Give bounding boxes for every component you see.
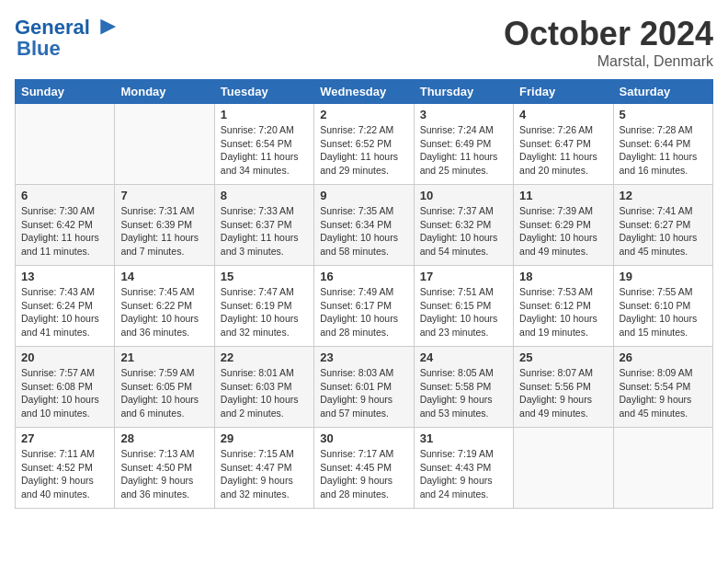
day-info: Sunrise: 7:11 AM Sunset: 4:52 PM Dayligh… [21,447,108,501]
day-info: Sunrise: 7:55 AM Sunset: 6:10 PM Dayligh… [620,285,707,339]
day-number: 31 [420,431,507,445]
week-row-5: 27Sunrise: 7:11 AM Sunset: 4:52 PM Dayli… [16,428,713,509]
day-number: 28 [120,431,208,445]
logo-icon [92,15,118,40]
weekday-header-monday: Monday [115,80,214,104]
day-info: Sunrise: 7:37 AM Sunset: 6:32 PM Dayligh… [420,204,507,259]
day-number: 11 [519,189,607,202]
day-cell: 13Sunrise: 7:43 AM Sunset: 6:24 PM Dayli… [16,266,115,347]
month-title: October 2024 [504,15,713,53]
weekday-header-friday: Friday [514,80,613,104]
day-cell: 20Sunrise: 7:57 AM Sunset: 6:08 PM Dayli… [16,347,115,428]
day-info: Sunrise: 7:22 AM Sunset: 6:52 PM Dayligh… [320,123,407,178]
day-cell: 25Sunrise: 8:07 AM Sunset: 5:56 PM Dayli… [514,347,613,428]
weekday-header-wednesday: Wednesday [314,80,414,104]
day-cell [16,104,115,185]
weekday-header-sunday: Sunday [16,80,115,104]
day-number: 20 [21,350,108,364]
day-cell: 9Sunrise: 7:35 AM Sunset: 6:34 PM Daylig… [314,185,414,266]
day-number: 5 [620,108,707,121]
day-info: Sunrise: 7:31 AM Sunset: 6:39 PM Dayligh… [120,204,208,259]
logo: General Blue [15,15,118,61]
day-number: 8 [221,189,308,202]
day-number: 15 [221,270,308,283]
day-number: 24 [420,350,507,364]
day-cell: 6Sunrise: 7:30 AM Sunset: 6:42 PM Daylig… [16,185,115,266]
day-info: Sunrise: 7:47 AM Sunset: 6:19 PM Dayligh… [221,285,308,339]
day-number: 23 [320,350,407,364]
day-cell: 8Sunrise: 7:33 AM Sunset: 6:37 PM Daylig… [214,185,313,266]
week-row-3: 13Sunrise: 7:43 AM Sunset: 6:24 PM Dayli… [16,266,713,347]
day-info: Sunrise: 7:30 AM Sunset: 6:42 PM Dayligh… [21,204,108,259]
day-cell: 10Sunrise: 7:37 AM Sunset: 6:32 PM Dayli… [414,185,513,266]
day-cell: 15Sunrise: 7:47 AM Sunset: 6:19 PM Dayli… [214,266,313,347]
day-number: 18 [519,270,607,283]
day-cell: 18Sunrise: 7:53 AM Sunset: 6:12 PM Dayli… [514,266,613,347]
day-cell: 26Sunrise: 8:09 AM Sunset: 5:54 PM Dayli… [613,347,712,428]
day-number: 16 [320,270,407,283]
day-cell: 28Sunrise: 7:13 AM Sunset: 4:50 PM Dayli… [115,428,214,509]
title-block: October 2024 Marstal, Denmark [504,15,713,70]
day-cell: 4Sunrise: 7:26 AM Sunset: 6:47 PM Daylig… [514,104,613,185]
day-info: Sunrise: 7:20 AM Sunset: 6:54 PM Dayligh… [221,123,308,178]
calendar-table: SundayMondayTuesdayWednesdayThursdayFrid… [15,79,713,509]
day-number: 30 [320,431,407,445]
day-cell: 27Sunrise: 7:11 AM Sunset: 4:52 PM Dayli… [16,428,115,509]
day-info: Sunrise: 7:49 AM Sunset: 6:17 PM Dayligh… [320,285,407,339]
page-header: General Blue October 2024 Marstal, Denma… [15,15,713,70]
day-cell: 23Sunrise: 8:03 AM Sunset: 6:01 PM Dayli… [314,347,414,428]
weekday-header-thursday: Thursday [414,80,513,104]
day-number: 22 [221,350,308,364]
day-cell: 2Sunrise: 7:22 AM Sunset: 6:52 PM Daylig… [314,104,414,185]
day-number: 12 [620,189,707,202]
day-cell: 12Sunrise: 7:41 AM Sunset: 6:27 PM Dayli… [613,185,712,266]
svg-marker-0 [100,19,116,35]
day-info: Sunrise: 8:09 AM Sunset: 5:54 PM Dayligh… [620,366,707,420]
day-number: 17 [420,270,507,283]
weekday-header-row: SundayMondayTuesdayWednesdayThursdayFrid… [16,80,713,104]
day-info: Sunrise: 8:01 AM Sunset: 6:03 PM Dayligh… [221,366,308,420]
day-info: Sunrise: 8:07 AM Sunset: 5:56 PM Dayligh… [519,366,607,420]
day-number: 6 [21,189,108,202]
day-info: Sunrise: 7:59 AM Sunset: 6:05 PM Dayligh… [120,366,208,420]
weekday-header-saturday: Saturday [613,80,712,104]
day-cell: 19Sunrise: 7:55 AM Sunset: 6:10 PM Dayli… [613,266,712,347]
day-number: 2 [320,108,407,121]
day-info: Sunrise: 7:19 AM Sunset: 4:43 PM Dayligh… [420,447,507,501]
day-number: 25 [519,350,607,364]
day-cell: 7Sunrise: 7:31 AM Sunset: 6:39 PM Daylig… [115,185,214,266]
day-info: Sunrise: 7:57 AM Sunset: 6:08 PM Dayligh… [21,366,108,420]
day-cell: 31Sunrise: 7:19 AM Sunset: 4:43 PM Dayli… [414,428,513,509]
day-cell: 17Sunrise: 7:51 AM Sunset: 6:15 PM Dayli… [414,266,513,347]
day-number: 4 [519,108,607,121]
day-number: 19 [620,270,707,283]
day-cell: 5Sunrise: 7:28 AM Sunset: 6:44 PM Daylig… [613,104,712,185]
day-info: Sunrise: 7:39 AM Sunset: 6:29 PM Dayligh… [519,204,607,259]
day-info: Sunrise: 7:26 AM Sunset: 6:47 PM Dayligh… [519,123,607,178]
day-info: Sunrise: 8:05 AM Sunset: 5:58 PM Dayligh… [420,366,507,420]
day-cell: 3Sunrise: 7:24 AM Sunset: 6:49 PM Daylig… [414,104,513,185]
day-info: Sunrise: 7:53 AM Sunset: 6:12 PM Dayligh… [519,285,607,339]
day-cell [613,428,712,509]
day-cell [514,428,613,509]
week-row-1: 1Sunrise: 7:20 AM Sunset: 6:54 PM Daylig… [16,104,713,185]
day-cell: 1Sunrise: 7:20 AM Sunset: 6:54 PM Daylig… [214,104,313,185]
day-number: 26 [620,350,707,364]
day-info: Sunrise: 7:45 AM Sunset: 6:22 PM Dayligh… [120,285,208,339]
day-info: Sunrise: 7:35 AM Sunset: 6:34 PM Dayligh… [320,204,407,259]
day-cell: 16Sunrise: 7:49 AM Sunset: 6:17 PM Dayli… [314,266,414,347]
day-info: Sunrise: 7:41 AM Sunset: 6:27 PM Dayligh… [620,204,707,259]
day-info: Sunrise: 7:15 AM Sunset: 4:47 PM Dayligh… [221,447,308,501]
day-cell: 29Sunrise: 7:15 AM Sunset: 4:47 PM Dayli… [214,428,313,509]
day-info: Sunrise: 7:33 AM Sunset: 6:37 PM Dayligh… [221,204,308,259]
day-number: 29 [221,431,308,445]
location-subtitle: Marstal, Denmark [504,53,713,70]
day-number: 3 [420,108,507,121]
week-row-4: 20Sunrise: 7:57 AM Sunset: 6:08 PM Dayli… [16,347,713,428]
day-number: 7 [120,189,208,202]
day-info: Sunrise: 8:03 AM Sunset: 6:01 PM Dayligh… [320,366,407,420]
day-info: Sunrise: 7:17 AM Sunset: 4:45 PM Dayligh… [320,447,407,501]
day-info: Sunrise: 7:51 AM Sunset: 6:15 PM Dayligh… [420,285,507,339]
day-info: Sunrise: 7:43 AM Sunset: 6:24 PM Dayligh… [21,285,108,339]
day-number: 13 [21,270,108,283]
